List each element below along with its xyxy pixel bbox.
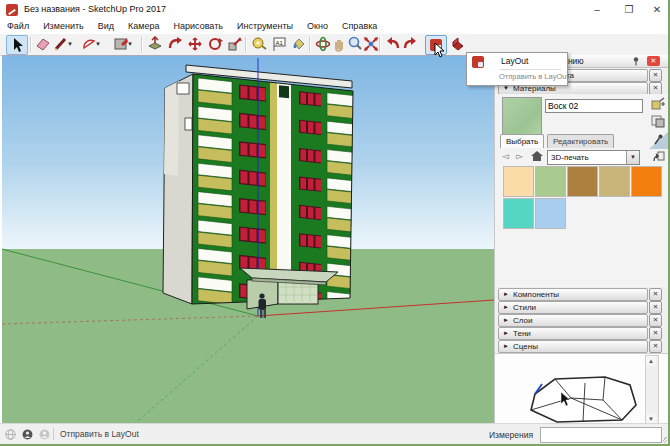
tooltip-title: LayOut	[501, 56, 528, 66]
select-arrow-icon	[9, 37, 25, 53]
material-swatch[interactable]	[503, 166, 534, 197]
minimize-button[interactable]: –	[584, 2, 610, 18]
title-bar[interactable]: Без названия - SketchUp Pro 2017 – ❐ ✕	[0, 0, 668, 20]
panel-layers[interactable]: ►Слои	[498, 314, 648, 327]
material-swatch[interactable]	[631, 166, 662, 197]
line-tool-dropdown[interactable]: ▼	[67, 41, 75, 49]
pin-icon[interactable]	[631, 56, 641, 66]
zoom-extents-icon	[363, 36, 379, 52]
menu-file[interactable]: Файл	[0, 20, 36, 32]
red-model-icon	[450, 36, 466, 52]
material-category-select[interactable]: 3D-печать▼	[547, 150, 640, 165]
material-swatch[interactable]	[567, 166, 598, 197]
scale-icon	[227, 36, 243, 52]
tape-measure-button[interactable]	[249, 35, 269, 53]
collapse-arrow-icon: ►	[499, 302, 513, 313]
pushpull-icon	[147, 36, 163, 52]
next-view-button[interactable]	[400, 35, 420, 53]
panel-entity-info-close[interactable]: ✕	[649, 69, 662, 82]
toolbar-separator	[30, 37, 31, 52]
panel-components[interactable]: ►Компоненты	[498, 288, 648, 301]
panel-layers-close[interactable]: ✕	[649, 314, 662, 327]
toolbar-separator	[141, 37, 142, 52]
menu-bar: ФайлИзменитьВидКамераНарисоватьИнструмен…	[0, 20, 668, 34]
window-title: Без названия - SketchUp Pro 2017	[24, 4, 166, 14]
menu-camera[interactable]: Камера	[121, 20, 166, 32]
status-message: Отправить в LayOut	[60, 429, 139, 439]
desktop: Без названия - SketchUp Pro 2017 – ❐ ✕ Ф…	[0, 0, 670, 446]
panel-shadows-close[interactable]: ✕	[649, 327, 662, 340]
material-swatch[interactable]	[535, 166, 566, 197]
home-icon[interactable]	[531, 151, 543, 162]
panel-label: Сцены	[513, 342, 538, 351]
tray-close-icon[interactable]: ✕	[647, 56, 660, 66]
svg-text:A1: A1	[276, 40, 284, 46]
model-drawing	[2, 56, 494, 424]
secondary-pane-icon[interactable]	[651, 114, 665, 128]
panel-styles-close[interactable]: ✕	[649, 301, 662, 314]
create-material-icon[interactable]	[651, 97, 665, 111]
sketchup-logo-icon	[6, 4, 18, 16]
material-swatch[interactable]	[503, 198, 534, 229]
toolbar-separator	[245, 37, 246, 52]
next-view-icon	[402, 36, 418, 52]
geolocation-icon[interactable]	[5, 429, 16, 440]
paint-bucket-button[interactable]	[289, 35, 309, 53]
followme-tool-button[interactable]	[165, 35, 185, 53]
close-button[interactable]: ✕	[644, 2, 668, 18]
back-arrow-icon[interactable]: ◅	[502, 151, 509, 161]
model-info-button[interactable]	[448, 35, 468, 53]
user-credit-icon[interactable]	[39, 429, 50, 440]
layout-icon	[472, 56, 484, 68]
tab-edit[interactable]: Редактировать	[547, 134, 614, 148]
material-swatch[interactable]	[599, 166, 630, 197]
menu-help[interactable]: Справка	[335, 20, 384, 32]
eraser-icon	[35, 36, 51, 52]
resize-grip[interactable]	[660, 436, 667, 443]
panel-shadows[interactable]: ►Тени	[498, 327, 648, 340]
scale-tool-button[interactable]	[225, 35, 245, 53]
model-canvas[interactable]	[2, 55, 494, 424]
move-tool-button[interactable]	[185, 35, 205, 53]
claim-credit-icon[interactable]	[22, 429, 33, 440]
category-value: 3D-печать	[551, 153, 589, 162]
panel-components-close[interactable]: ✕	[649, 288, 662, 301]
eraser-tool-button[interactable]	[33, 35, 53, 53]
scroll-up-icon[interactable]: ▲	[646, 356, 656, 366]
panel-scenes-close[interactable]: ✕	[649, 340, 662, 353]
menu-tools[interactable]: Инструменты	[230, 20, 300, 32]
default-tray: Лоток по умолчанию ✕ ►Данные объекта ✕ ▼…	[494, 55, 668, 423]
menu-draw[interactable]: Нарисовать	[167, 20, 230, 32]
eyedropper-icon[interactable]	[653, 134, 663, 146]
rotate-tool-button[interactable]	[205, 35, 225, 53]
measurements-label: Измерения	[489, 430, 533, 440]
previous-view-icon	[385, 36, 401, 52]
chevron-down-icon[interactable]: ▼	[626, 151, 639, 164]
collapse-arrow-icon: ►	[499, 289, 513, 300]
menu-edit[interactable]: Изменить	[36, 20, 91, 32]
forward-arrow-icon[interactable]: ▻	[516, 151, 523, 161]
menu-window[interactable]: Окно	[300, 20, 335, 32]
menu-view[interactable]: Вид	[91, 20, 121, 32]
maximize-button[interactable]: ❐	[616, 2, 642, 18]
arc-tool-dropdown[interactable]: ▼	[95, 41, 103, 49]
rectangle-tool-dropdown[interactable]: ▼	[127, 41, 135, 49]
text-tool-button[interactable]: A1	[269, 35, 289, 53]
select-tool-button[interactable]	[6, 35, 28, 55]
panel-styles[interactable]: ►Стили	[498, 301, 648, 314]
panel-label: Тени	[513, 329, 531, 338]
tab-select[interactable]: Выбрать	[500, 134, 544, 148]
collapse-arrow-icon: ►	[499, 315, 513, 326]
material-name-field[interactable]	[545, 99, 643, 113]
measurements-input[interactable]	[540, 427, 662, 443]
panel-scenes[interactable]: ►Сцены	[498, 340, 648, 353]
material-swatch[interactable]	[535, 198, 566, 229]
zoom-extents-button[interactable]	[361, 35, 381, 53]
pushpull-tool-button[interactable]	[145, 35, 165, 53]
instructor-house-drawing	[525, 374, 643, 424]
materials-panel-body: Выбрать Редактировать ◅ ▻ 3D-печать▼	[495, 94, 668, 287]
panel-label: Слои	[513, 316, 532, 325]
details-arrow-icon[interactable]	[653, 151, 665, 163]
tape-measure-icon	[251, 36, 267, 52]
instructor-scrollbar[interactable]: ▲ ▼	[645, 355, 659, 425]
